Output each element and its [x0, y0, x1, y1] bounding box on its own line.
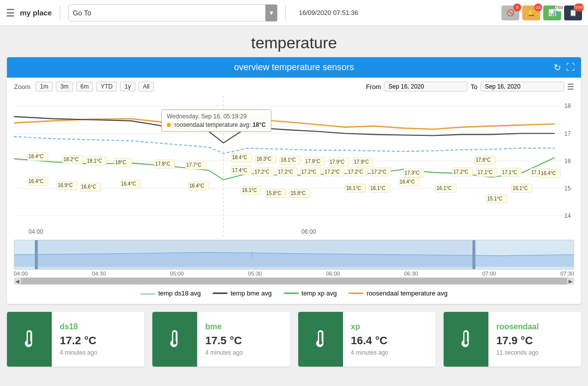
mini-chart[interactable]: ⋮ — [14, 240, 574, 270]
bme-time: 4 minutes ago — [205, 349, 242, 356]
svg-text:16.4°C: 16.4°C — [121, 181, 136, 187]
ds18-value: 17.2 °C — [60, 334, 97, 347]
roosendaal-value: 17.9 °C — [496, 334, 539, 347]
svg-text:17.9°C: 17.9°C — [305, 158, 320, 164]
svg-text:16.4°C: 16.4°C — [28, 178, 43, 184]
xp-time: 4 minutes ago — [351, 349, 388, 356]
svg-text:15: 15 — [564, 185, 571, 192]
zoom-3m[interactable]: 3m — [56, 82, 73, 92]
main-chart-svg: 18 17 16 15 14 04:00 06:00 18.4°C 18. — [14, 96, 574, 238]
page-title: temperature — [0, 26, 588, 57]
svg-text:17.3°C: 17.3°C — [405, 170, 420, 176]
mini-time-labels: 04:00 04:30 05:00 05:30 06:00 06:30 07:0… — [7, 270, 581, 278]
options-icon[interactable]: ☰ — [567, 82, 574, 92]
ds18-info: ds18 17.2 °C 4 minutes ago — [52, 312, 105, 367]
mini-scrollbar[interactable]: ◀ ▶ — [14, 278, 574, 285]
svg-text:16.1°C: 16.1°C — [513, 185, 528, 191]
menu-icon[interactable]: ☰ — [6, 7, 15, 19]
chart-area: Wednesday, Sep 16, 05:19:29 roosendaal t… — [7, 96, 581, 240]
zoom-bar: Zoom 1m 3m 6m YTD 1y All From To ☰ — [7, 78, 581, 96]
chart-header: overview temperature sensors ↻ ⛶ — [7, 57, 581, 78]
ds18-time: 4 minutes ago — [60, 349, 97, 356]
block-count: 5 — [513, 3, 521, 11]
thermometer-icon-ds18 — [18, 328, 40, 350]
sensor-cards: ds18 17.2 °C 4 minutes ago bme 17.5 °C 4… — [7, 312, 581, 367]
datetime: 16/09/2020 07:51:36 — [299, 9, 358, 16]
to-label: To — [470, 83, 477, 91]
log-badge[interactable]: 📋 22309 — [564, 5, 582, 20]
svg-text:18.2°C: 18.2°C — [64, 157, 79, 162]
ds18-name: ds18 — [60, 322, 97, 331]
svg-text:17.9°C: 17.9°C — [354, 159, 369, 164]
svg-text:16.1°C: 16.1°C — [242, 187, 257, 193]
svg-text:16.1°C: 16.1°C — [346, 185, 361, 191]
bme-name: bme — [205, 322, 242, 331]
svg-text:17.9°C: 17.9°C — [330, 159, 345, 164]
alert-badge[interactable]: 🔔 03 — [522, 5, 540, 20]
sensor-card-roosendaal: roosendaal 17.9 °C 11 seconds ago — [444, 312, 581, 367]
xp-name: xp — [351, 322, 388, 331]
to-date[interactable] — [480, 82, 564, 92]
alert-icon: 🔔 — [527, 9, 535, 16]
svg-text:16.4°C: 16.4°C — [400, 179, 415, 185]
svg-text:18.1°C: 18.1°C — [87, 158, 102, 163]
svg-text:16.6°C: 16.6°C — [81, 184, 96, 190]
goto-wrapper: Go To ▼ — [68, 4, 277, 21]
header-divider-1 — [60, 5, 60, 20]
bme-info: bme 17.5 °C 4 minutes ago — [197, 312, 250, 367]
legend-xp: temp xp avg — [284, 290, 337, 297]
svg-text:18: 18 — [564, 102, 571, 110]
from-date[interactable] — [384, 82, 468, 92]
legend-bme-line — [213, 292, 228, 294]
zoom-6m[interactable]: 6m — [76, 82, 94, 92]
thermometer-icon-xp — [310, 328, 332, 350]
chart-badge[interactable]: 📊 750 — [543, 5, 561, 20]
legend-roosendaal-line — [349, 292, 363, 294]
app-name: my place — [20, 8, 52, 17]
thermometer-icon-roosendaal — [455, 328, 477, 350]
fullscreen-icon[interactable]: ⛶ — [566, 62, 575, 73]
log-count: 22309 — [574, 3, 584, 11]
chart-title: overview temperature sensors — [234, 62, 354, 73]
header-divider-2 — [285, 5, 286, 20]
svg-text:16.4°C: 16.4°C — [541, 171, 556, 176]
xp-info: xp 16.4 °C 4 minutes ago — [343, 312, 396, 367]
svg-text:18.1°C: 18.1°C — [281, 157, 296, 163]
alert-count: 03 — [534, 3, 542, 11]
svg-text:17.8°C: 17.8°C — [475, 157, 490, 163]
svg-text:17.2°C: 17.2°C — [254, 169, 269, 174]
chart-header-icons: ↻ ⛶ — [554, 62, 575, 73]
svg-text:17.2°C: 17.2°C — [325, 169, 340, 174]
svg-text:16.4°C: 16.4°C — [189, 183, 204, 189]
svg-text:17.2°C: 17.2°C — [453, 169, 468, 174]
thermometer-icon-bme — [164, 328, 186, 350]
svg-text:14: 14 — [564, 212, 571, 219]
scroll-thumb[interactable] — [21, 278, 567, 285]
goto-select[interactable]: Go To — [68, 4, 277, 21]
sensor-card-xp: xp 16.4 °C 4 minutes ago — [298, 312, 436, 367]
svg-text:16.1°C: 16.1°C — [437, 185, 452, 191]
block-icon: 🚫 — [506, 9, 514, 16]
svg-text:15.8°C: 15.8°C — [291, 191, 306, 196]
zoom-1y[interactable]: 1y — [120, 82, 135, 92]
svg-text:17.8°C: 17.8°C — [155, 161, 170, 167]
svg-text:⋮: ⋮ — [248, 251, 256, 259]
zoom-label: Zoom — [14, 83, 30, 91]
zoom-1m[interactable]: 1m — [35, 82, 53, 92]
scroll-left-arrow[interactable]: ◀ — [14, 278, 21, 285]
chart-icon: 📊 — [548, 9, 556, 16]
svg-text:15.1°C: 15.1°C — [487, 195, 502, 201]
block-badge[interactable]: 🚫 5 — [501, 5, 519, 20]
svg-text:17.2°C: 17.2°C — [371, 169, 386, 174]
svg-rect-96 — [35, 240, 38, 269]
legend-ds18-label: temp ds18 avg — [158, 290, 201, 297]
refresh-icon[interactable]: ↻ — [554, 62, 561, 73]
legend-roosendaal-label: roosendaal temperature avg — [366, 290, 448, 297]
scroll-right-arrow[interactable]: ▶ — [567, 278, 574, 285]
svg-text:17.2°C: 17.2°C — [348, 169, 363, 174]
chart-count: 750 — [555, 3, 563, 11]
svg-text:16.1°C: 16.1°C — [370, 185, 385, 191]
roosendaal-icon-panel — [444, 312, 488, 367]
zoom-ytd[interactable]: YTD — [96, 82, 117, 92]
zoom-all[interactable]: All — [138, 82, 154, 92]
